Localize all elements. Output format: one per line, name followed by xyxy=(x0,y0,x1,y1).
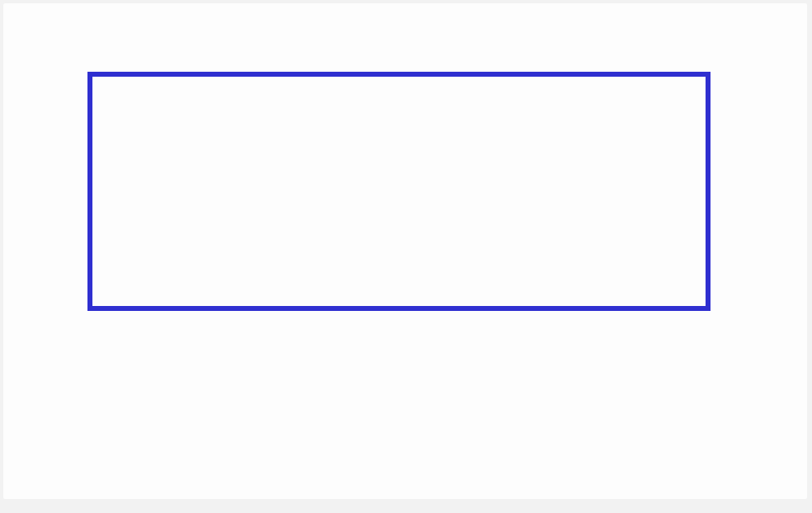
rectangle-shape xyxy=(87,72,710,311)
